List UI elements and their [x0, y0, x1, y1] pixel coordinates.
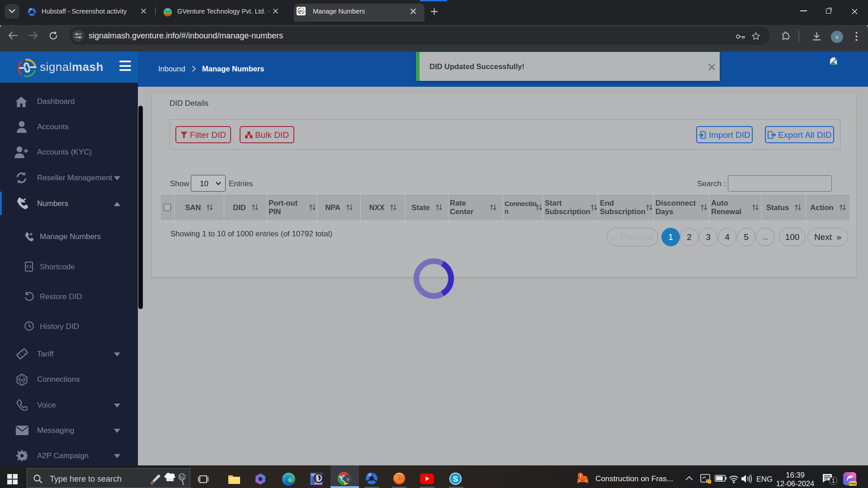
svg-text:PRE: PRE	[849, 482, 856, 486]
svg-text:!: !	[580, 474, 581, 478]
svg-text:S: S	[453, 475, 458, 483]
